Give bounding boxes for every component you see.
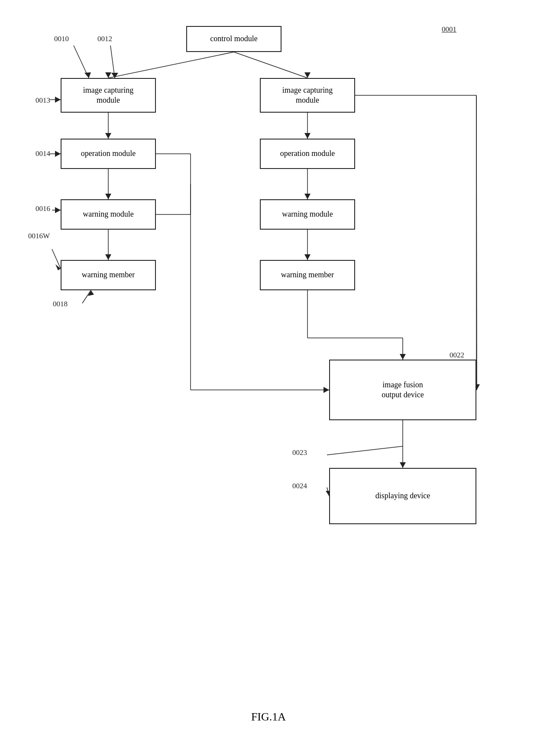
warn-mod-left-box: warning module <box>61 199 156 230</box>
svg-marker-5 <box>105 133 111 139</box>
svg-marker-51 <box>111 73 118 78</box>
svg-marker-9 <box>105 194 111 199</box>
svg-marker-43 <box>55 151 61 157</box>
warn-mod-right-box: warning module <box>260 199 355 230</box>
svg-line-2 <box>234 52 307 78</box>
img-cap-left-label: image capturingmodule <box>83 85 133 106</box>
op-right-box: operation module <box>260 139 355 169</box>
svg-line-50 <box>110 45 115 78</box>
op-right-label: operation module <box>280 149 335 159</box>
label-0018: 0018 <box>53 300 68 308</box>
svg-line-0 <box>108 52 234 78</box>
displaying-device-box: displaying device <box>329 468 476 524</box>
svg-marker-39 <box>55 264 61 270</box>
svg-marker-41 <box>55 97 61 103</box>
control-module-label: control module <box>210 34 257 44</box>
warn-mem-left-box: warning member <box>61 260 156 290</box>
svg-line-35 <box>327 446 403 455</box>
control-module-box: control module <box>186 26 281 52</box>
svg-marker-7 <box>304 133 311 139</box>
svg-marker-3 <box>304 72 311 78</box>
svg-marker-11 <box>304 194 311 199</box>
warn-mem-left-label: warning member <box>82 270 135 280</box>
svg-marker-15 <box>304 254 311 260</box>
image-fusion-label: image fusionoutput device <box>382 380 424 400</box>
label-0016: 0016 <box>36 204 50 213</box>
op-left-label: operation module <box>81 149 136 159</box>
figure-label: FIG.1A <box>251 711 286 724</box>
label-0022: 0022 <box>450 351 464 360</box>
img-cap-right-label: image capturingmodule <box>282 85 333 106</box>
svg-line-46 <box>82 290 91 303</box>
svg-marker-37 <box>55 207 61 213</box>
displaying-device-label: displaying device <box>375 491 430 501</box>
svg-marker-21 <box>323 387 329 393</box>
svg-line-48 <box>74 45 89 78</box>
warn-mod-right-label: warning module <box>282 209 333 219</box>
svg-line-33 <box>476 95 477 390</box>
label-0014: 0014 <box>36 149 50 158</box>
label-0016w: 0016W <box>28 232 50 240</box>
svg-marker-32 <box>400 462 406 468</box>
warn-mem-right-label: warning member <box>281 270 334 280</box>
label-0023: 0023 <box>292 448 307 457</box>
warn-mem-right-box: warning member <box>260 260 355 290</box>
op-left-box: operation module <box>61 139 156 169</box>
img-cap-right-box: image capturingmodule <box>260 78 355 113</box>
svg-line-38 <box>52 249 61 269</box>
svg-marker-49 <box>84 72 91 78</box>
svg-marker-25 <box>400 354 406 360</box>
label-0001: 0001 <box>442 25 456 34</box>
svg-marker-1 <box>105 72 111 78</box>
svg-marker-13 <box>105 254 111 260</box>
image-fusion-box: image fusionoutput device <box>329 360 476 420</box>
label-0024: 0024 <box>292 482 307 490</box>
img-cap-left-box: image capturingmodule <box>61 78 156 113</box>
label-0013: 0013 <box>36 96 50 105</box>
diagram: control module image capturingmodule ima… <box>26 13 511 728</box>
warn-mod-left-label: warning module <box>83 209 133 219</box>
svg-marker-47 <box>88 290 94 296</box>
label-0010: 0010 <box>54 35 69 43</box>
label-0012: 0012 <box>97 35 112 43</box>
